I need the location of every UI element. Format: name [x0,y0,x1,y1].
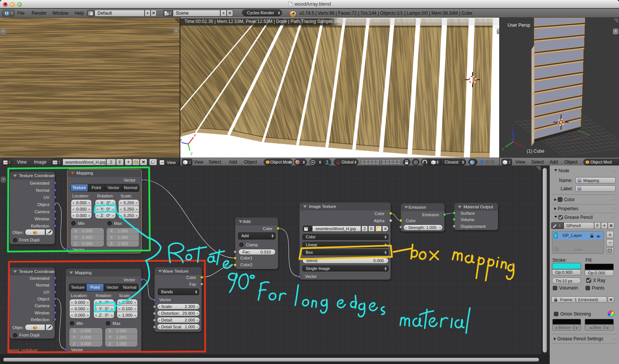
svg-text:z: z [512,127,514,131]
svg-text:x: x [522,144,524,149]
svg-text:y: y [191,151,193,155]
svg-text:x: x [194,133,196,137]
svg-text:z: z [180,138,182,142]
svg-text:y: y [502,146,504,151]
